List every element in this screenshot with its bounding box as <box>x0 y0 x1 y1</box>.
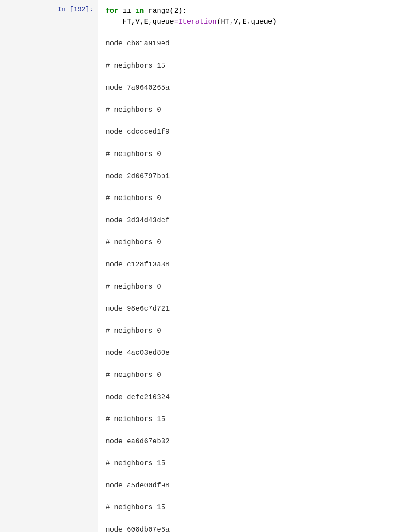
output-cell: node cb81a919ed # neighbors 15 node 7a96… <box>0 33 414 532</box>
node-output-line: node dcfc216324 <box>106 392 406 404</box>
input-cell-content: for ii in range(2): HT,V,E,queue=Iterati… <box>98 0 414 33</box>
node-output-line: node 7a9640265a <box>106 82 406 94</box>
notebook-container: In [192]: for ii in range(2): HT,V,E,que… <box>0 0 414 532</box>
node-output-line: node 2d66797bb1 <box>106 171 406 183</box>
comment-output-line: # neighbors 15 <box>106 414 406 426</box>
comment-output-line: # neighbors 15 <box>106 502 406 514</box>
comment-output-line: # neighbors 15 <box>106 61 406 72</box>
func-iteration: Iteration <box>178 18 216 26</box>
comment-output-line: # neighbors 15 <box>106 458 406 470</box>
comment-output-line: # neighbors 0 <box>106 370 406 381</box>
comment-output-line: # neighbors 0 <box>106 149 406 160</box>
node-output-line: node 608db07e6a <box>106 524 406 532</box>
comment-output-line: # neighbors 0 <box>106 326 406 337</box>
comment-output-line: # neighbors 0 <box>106 193 406 205</box>
keyword-in: in <box>135 7 144 15</box>
node-output-line: node ea6d67eb32 <box>106 436 406 448</box>
node-output-line: node c128f13a38 <box>106 259 406 271</box>
input-cell-label: In [192]: <box>0 0 98 33</box>
var-ii: ii <box>118 7 135 15</box>
input-cell: In [192]: for ii in range(2): HT,V,E,que… <box>0 0 414 33</box>
node-output-line: node 98e6c7d721 <box>106 303 406 315</box>
assign-op: = <box>174 18 179 26</box>
output-cell-content: node cb81a919ed # neighbors 15 node 7a96… <box>98 33 414 532</box>
keyword-for: for <box>106 7 118 15</box>
node-output-line: node cb81a919ed <box>106 38 406 50</box>
func-args: (HT,V,E,queue) <box>217 18 276 26</box>
node-output-line: node 3d34d43dcf <box>106 215 406 227</box>
comment-output-line: # neighbors 0 <box>106 105 406 116</box>
node-output-line: node 4ac03ed80e <box>106 348 406 359</box>
comment-output-line: # neighbors 0 <box>106 237 406 249</box>
node-output-line: node cdccced1f9 <box>106 127 406 138</box>
output-cell-label <box>0 33 98 532</box>
comment-output-line: # neighbors 0 <box>106 282 406 293</box>
node-output-line: node a5de00df98 <box>106 480 406 492</box>
